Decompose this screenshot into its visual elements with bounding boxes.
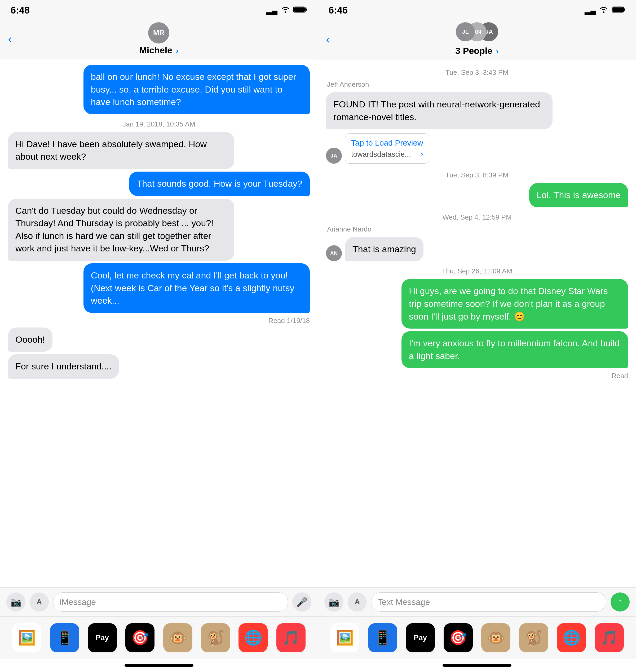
message-2: Hi Dave! I have been absolutely swamped.… <box>8 132 310 169</box>
message-6: Ooooh! <box>8 327 310 352</box>
memoji2-app[interactable]: 🐒 <box>201 623 230 652</box>
right-ts-3: Wed, Sep 4, 12:59 PM <box>326 213 628 222</box>
right-wifi-icon <box>599 6 609 15</box>
music-icon: 🎵 <box>282 629 300 646</box>
right-sender-arianne: Arianne Nardo <box>327 225 628 233</box>
right-memoji2-app[interactable]: 🐒 <box>519 623 548 652</box>
right-back-button[interactable]: ‹ <box>326 33 330 46</box>
left-input-bar: 📷 A iMessage 🎤 <box>0 588 318 616</box>
right-sender-jeff: Jeff Anderson <box>327 80 628 89</box>
read-receipt-1: Read 1/19/18 <box>8 316 310 325</box>
left-time: 6:48 <box>11 5 30 16</box>
right-send-button[interactable]: ↑ <box>611 592 630 612</box>
bubble-recv-right-1: FOUND IT! The post with neural-network-g… <box>326 92 553 129</box>
tap-to-load[interactable]: Tap to Load Preview <box>351 138 423 148</box>
right-activity-app[interactable]: 🎯 <box>444 623 473 652</box>
bubble-sent-1: ball on our lunch! No excuse except that… <box>83 65 310 114</box>
bubble-sent-green-1: Lol. This is awesome <box>529 183 628 207</box>
applepay-app[interactable]: Pay <box>88 623 117 652</box>
right-web-icon: 🌐 <box>562 629 580 646</box>
svg-rect-6 <box>624 8 625 11</box>
appstore-app[interactable]: 📱 <box>50 623 79 652</box>
music-app[interactable]: 🎵 <box>276 623 305 652</box>
right-phone-panel: 6:46 ▂▄ ‹ JL AN UA 3 People › Tu <box>318 0 636 672</box>
right-apps-button[interactable]: A <box>348 592 367 612</box>
right-send-icon: ↑ <box>618 596 623 608</box>
svg-rect-2 <box>305 8 307 11</box>
right-photos-app[interactable]: 🖼️ <box>330 623 359 652</box>
link-preview-row: JA Tap to Load Preview towardsdatascie..… <box>326 133 628 164</box>
message-3: That sounds good. How is your Tuesday? <box>8 172 310 196</box>
right-msg-sent-3: I'm very anxious to fly to millennium fa… <box>326 331 628 368</box>
memoji2-icon: 🐒 <box>207 629 224 646</box>
ja-avatar: JA <box>326 148 342 164</box>
right-input-bar: 📷 A Text Message ↑ <box>318 588 636 616</box>
left-home-bar <box>124 664 194 667</box>
svg-point-0 <box>285 12 286 13</box>
left-message-input[interactable]: iMessage <box>53 592 288 612</box>
left-contact-name[interactable]: Michele › <box>139 45 178 55</box>
right-camera-icon: 📷 <box>328 597 339 607</box>
web-app[interactable]: 🌐 <box>239 623 267 652</box>
right-web-app[interactable]: 🌐 <box>557 623 586 652</box>
activity-app[interactable]: 🎯 <box>125 623 155 652</box>
right-home-indicator <box>318 659 636 672</box>
right-msg-sent-2: Hi guys, are we going to do that Disney … <box>326 279 628 329</box>
activity-icon: 🎯 <box>131 629 149 646</box>
timestamp-1: Jan 19, 2018, 10:35 AM <box>8 120 310 128</box>
right-apps-icon: A <box>355 598 360 606</box>
link-preview[interactable]: Tap to Load Preview towardsdatascie... › <box>345 133 429 164</box>
group-avatar-jl: JL <box>456 22 475 41</box>
right-ts-1: Tue, Sep 3, 3:43 PM <box>326 69 628 77</box>
right-msg-avatar-row: AN That is amazing <box>326 237 628 262</box>
left-apps-button[interactable]: A <box>30 592 49 612</box>
right-photos-icon: 🖼️ <box>336 629 354 646</box>
web-icon: 🌐 <box>244 629 262 646</box>
right-home-bar <box>442 664 512 667</box>
bubble-recv-4: Can't do Tuesday but could do Wednesday … <box>8 199 234 261</box>
message-4: Can't do Tuesday but could do Wednesday … <box>8 199 310 261</box>
right-applepay-app[interactable]: Pay <box>406 623 435 652</box>
right-activity-icon: 🎯 <box>449 629 467 646</box>
right-time: 6:46 <box>329 5 348 16</box>
left-nav-center: MR Michele › <box>139 22 178 55</box>
link-chevron: › <box>421 150 423 158</box>
svg-rect-3 <box>294 7 305 12</box>
photos-icon: 🖼️ <box>18 629 36 646</box>
right-group-name[interactable]: 3 People › <box>455 45 498 56</box>
left-phone-panel: 6:48 ▂▄ ‹ MR Michele › ball on our lunch… <box>0 0 318 672</box>
photos-app[interactable]: 🖼️ <box>12 623 41 652</box>
bubble-sent-green-2: Hi guys, are we going to do that Disney … <box>401 279 628 329</box>
right-battery-icon <box>612 6 625 15</box>
memoji1-app[interactable]: 🐵 <box>163 623 192 652</box>
bubble-recv-2: Hi Dave! I have been absolutely swamped.… <box>8 132 234 169</box>
right-camera-button[interactable]: 📷 <box>324 592 343 612</box>
right-ts-2: Tue, Sep 3, 8:39 PM <box>326 171 628 179</box>
right-msg-sent-1: Lol. This is awesome <box>326 183 628 207</box>
left-back-button[interactable]: ‹ <box>8 32 12 45</box>
left-mic-button[interactable]: 🎤 <box>292 592 311 612</box>
left-camera-button[interactable]: 📷 <box>6 592 25 612</box>
right-memoji1-icon: 🐵 <box>487 629 505 646</box>
group-avatars: JL AN UA <box>456 22 498 44</box>
message-7: For sure I understand.... <box>8 354 310 379</box>
right-msg-1: FOUND IT! The post with neural-network-g… <box>326 92 628 129</box>
right-read-receipt: Read <box>326 372 628 380</box>
right-music-icon: 🎵 <box>600 629 618 646</box>
bubble-sent-3: That sounds good. How is your Tuesday? <box>129 172 310 196</box>
right-memoji1-app[interactable]: 🐵 <box>481 623 510 652</box>
applepay-icon: Pay <box>96 634 109 642</box>
right-appstore-app[interactable]: 📱 <box>368 623 397 652</box>
right-message-input[interactable]: Text Message <box>371 592 606 612</box>
left-messages-area: ball on our lunch! No excuse except that… <box>0 59 318 588</box>
contact-chevron: › <box>176 46 179 55</box>
right-memoji2-icon: 🐒 <box>525 629 542 646</box>
group-chevron: › <box>496 47 499 55</box>
right-music-app[interactable]: 🎵 <box>595 623 624 652</box>
battery-icon <box>293 6 307 15</box>
left-contact-avatar: MR <box>148 22 169 43</box>
left-status-bar: 6:48 ▂▄ <box>0 0 318 19</box>
bubble-recv-6: Ooooh! <box>8 327 53 352</box>
bubble-recv-7: For sure I understand.... <box>8 354 119 379</box>
bubble-sent-5: Cool, let me check my cal and I'll get b… <box>83 263 310 313</box>
